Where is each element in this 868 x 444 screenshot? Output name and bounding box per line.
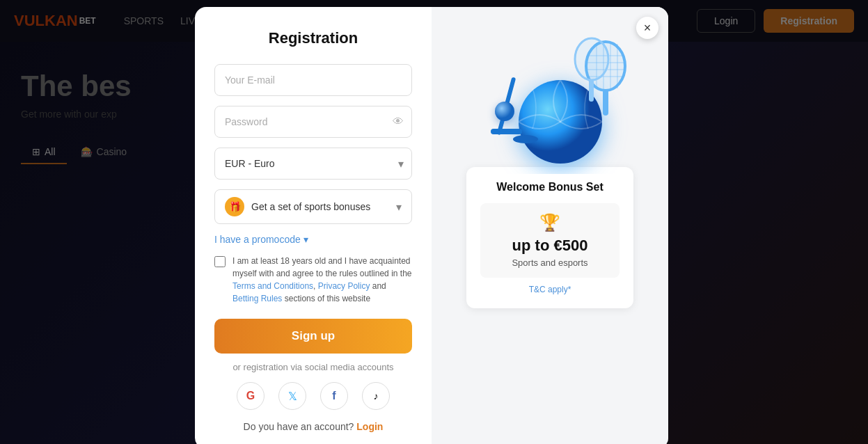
modal-title: Registration (214, 29, 412, 47)
email-input[interactable] (214, 64, 412, 96)
twitter-icon: 𝕏 (288, 390, 297, 403)
facebook-login-button[interactable]: f (320, 382, 348, 410)
terms-link[interactable]: Terms and Conditions (232, 281, 313, 291)
password-wrapper: 👁 (214, 106, 412, 138)
bonus-description: Sports and esports (490, 257, 610, 268)
facebook-icon: f (332, 390, 336, 402)
promo-link[interactable]: I have a promocode ▾ (214, 234, 412, 245)
currency-group: EUR - Euro USD - Dollar GBP - Pound ▾ (214, 148, 412, 180)
svg-rect-14 (491, 129, 522, 134)
password-group: 👁 (214, 106, 412, 138)
promo-chevron-icon: ▾ (303, 234, 308, 245)
terms-text: I am at least 18 years old and I have ac… (232, 255, 412, 305)
bonus-selector[interactable]: 🎁 Get a set of sports bonuses ▾ (214, 189, 412, 224)
terms-checkbox-row: I am at least 18 years old and I have ac… (214, 255, 412, 305)
svg-point-11 (575, 38, 608, 80)
svg-rect-10 (603, 89, 608, 116)
tiktok-login-button[interactable]: ♪ (362, 382, 390, 410)
google-login-button[interactable]: G (237, 382, 265, 410)
bonus-arrow-icon: ▾ (396, 200, 402, 214)
privacy-link[interactable]: Privacy Policy (318, 281, 370, 291)
social-icons: G 𝕏 f ♪ (214, 382, 412, 410)
tc-text: T&C apply* (480, 285, 620, 294)
have-account-text: Do you have an account? Login (214, 421, 412, 432)
password-input[interactable] (214, 106, 412, 138)
email-group (214, 64, 412, 96)
google-icon: G (246, 390, 255, 402)
betting-rules-link[interactable]: Betting Rules (232, 294, 282, 303)
modal-bonus-panel: Welcome Bonus Set 🏆 up to €500 Sports an… (432, 7, 668, 444)
bonus-amount: up to €500 (490, 237, 610, 255)
bonus-card-title: Welcome Bonus Set (480, 181, 620, 193)
close-button[interactable]: × (636, 17, 658, 39)
login-link[interactable]: Login (356, 421, 383, 432)
svg-point-15 (513, 135, 538, 143)
registration-modal: × Registration 👁 EUR - Euro USD - Dollar… (195, 7, 668, 444)
svg-rect-12 (589, 79, 594, 102)
bonus-amount-card: 🏆 up to €500 Sports and esports (480, 203, 620, 278)
svg-point-16 (495, 102, 514, 121)
social-divider: or registration via social media account… (214, 362, 412, 372)
eye-icon[interactable]: 👁 (393, 116, 404, 128)
welcome-bonus-card: Welcome Bonus Set 🏆 up to €500 Sports an… (466, 167, 633, 308)
bonus-text: Get a set of sports bonuses (251, 201, 389, 212)
trophy-icon: 🏆 (490, 213, 610, 232)
modal-form-panel: Registration 👁 EUR - Euro USD - Dollar G… (195, 7, 432, 444)
currency-select[interactable]: EUR - Euro USD - Dollar GBP - Pound (214, 148, 412, 180)
bonus-group: 🎁 Get a set of sports bonuses ▾ (214, 189, 412, 224)
sports-illustration (452, 21, 647, 174)
terms-checkbox[interactable] (214, 256, 226, 267)
signup-button[interactable]: Sign up (214, 319, 412, 354)
tiktok-icon: ♪ (374, 390, 379, 402)
sports-svg (452, 21, 647, 174)
twitter-login-button[interactable]: 𝕏 (278, 382, 306, 410)
currency-select-wrapper: EUR - Euro USD - Dollar GBP - Pound ▾ (214, 148, 412, 180)
bonus-circle-icon: 🎁 (225, 197, 244, 216)
